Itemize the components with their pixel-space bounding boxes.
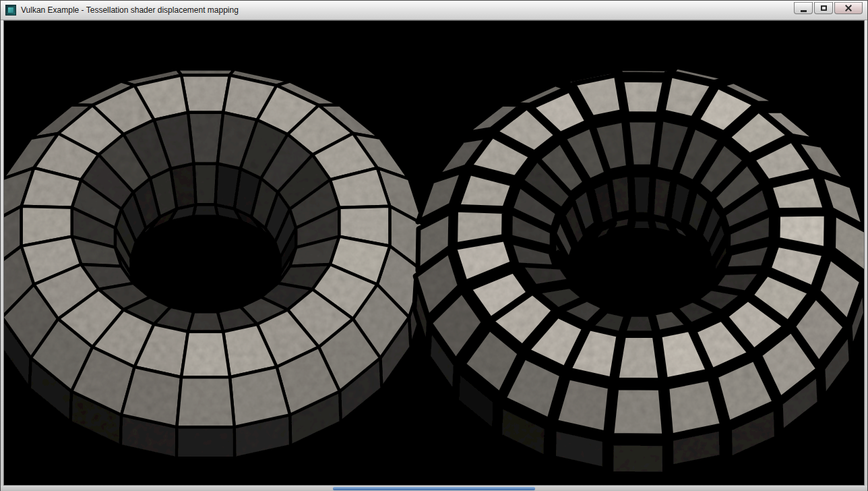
close-button[interactable] bbox=[834, 2, 863, 14]
close-icon bbox=[844, 4, 852, 12]
window-frame bbox=[1, 20, 867, 486]
torus-right-displacement-mapped bbox=[414, 67, 864, 474]
title-bar[interactable]: Vulkan Example - Tessellation shader dis… bbox=[1, 1, 867, 20]
window-bottom-frame bbox=[1, 486, 867, 491]
render-canvas bbox=[4, 21, 864, 485]
render-viewport[interactable] bbox=[3, 20, 865, 486]
app-icon[interactable] bbox=[5, 5, 16, 16]
window-controls bbox=[794, 2, 863, 14]
maximize-button[interactable] bbox=[814, 2, 833, 14]
window-title: Vulkan Example - Tessellation shader dis… bbox=[21, 5, 239, 15]
app-window: Vulkan Example - Tessellation shader dis… bbox=[0, 0, 868, 491]
torus-left-no-displacement bbox=[4, 69, 426, 458]
minimize-button[interactable] bbox=[794, 2, 813, 14]
maximize-icon bbox=[821, 5, 827, 11]
bottom-frame-accent bbox=[333, 487, 535, 490]
minimize-icon bbox=[801, 10, 807, 12]
